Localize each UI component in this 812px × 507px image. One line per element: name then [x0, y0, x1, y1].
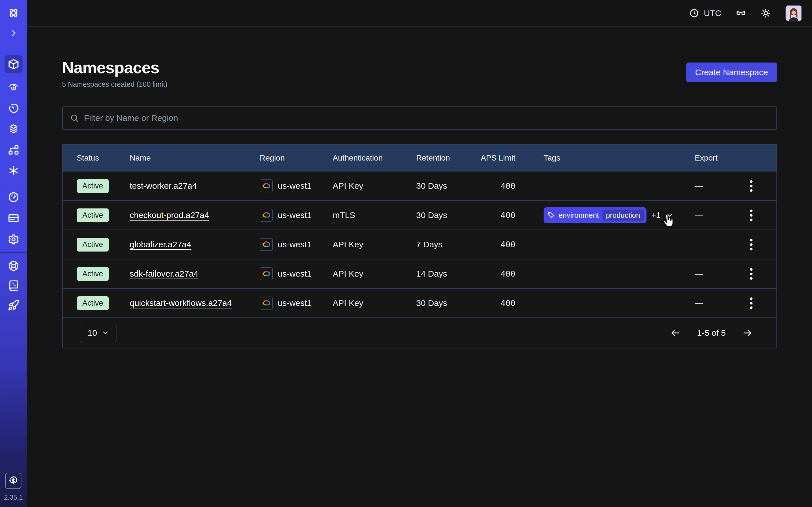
status-badge: Active	[77, 296, 109, 310]
sidebar-item-getting-started[interactable]	[0, 298, 27, 312]
sidebar-item-spiral-eye[interactable]	[0, 80, 27, 94]
namespace-link[interactable]: quickstart-workflows.a27a4	[130, 298, 232, 307]
sidebar-item-usage[interactable]	[0, 190, 27, 204]
table-header: Status Name Region Authentication Retent…	[63, 145, 776, 171]
auth-cell: API Key	[333, 298, 416, 308]
rocket-icon	[8, 299, 19, 311]
retention-cell: 7 Days	[416, 240, 480, 249]
tag-more-count: +1	[652, 211, 661, 220]
col-export: Export	[695, 154, 737, 163]
table-footer: 10 1-5 of 5	[63, 318, 776, 348]
glasses-icon[interactable]	[736, 8, 746, 18]
col-region: Region	[260, 154, 333, 163]
dollar-badge-icon	[8, 475, 18, 486]
chevron-down-icon	[101, 329, 109, 337]
col-retention: Retention	[416, 154, 480, 163]
namespace-link[interactable]: test-worker.a27a4	[130, 181, 197, 190]
region-cell: us-west1	[260, 179, 333, 192]
expand-sidebar-icon[interactable]	[0, 26, 27, 40]
col-aps-limit: APS Limit	[480, 154, 515, 163]
gear-icon	[8, 233, 19, 245]
gcp-cloud-icon	[260, 297, 273, 309]
sun-icon[interactable]	[761, 8, 771, 18]
col-status: Status	[77, 154, 130, 163]
page-title: Namespaces	[62, 58, 167, 77]
export-value: —	[695, 240, 737, 249]
retention-cell: 30 Days	[416, 298, 480, 308]
export-value: —	[695, 181, 737, 191]
gcp-cloud-icon	[260, 209, 273, 222]
mouse-cursor	[660, 214, 675, 229]
cube-icon	[8, 58, 19, 70]
aps-value: 400	[501, 269, 515, 279]
col-tags: Tags	[544, 154, 695, 163]
export-value: —	[695, 210, 737, 220]
col-name: Name	[130, 154, 260, 163]
sidebar-item-support[interactable]	[0, 259, 27, 273]
region-cell: us-west1	[260, 267, 333, 280]
namespace-link[interactable]: globalizer.a27a4	[130, 240, 192, 249]
region-cell: us-west1	[260, 297, 333, 309]
gauge-icon	[8, 191, 19, 203]
gcp-cloud-icon	[260, 267, 273, 280]
timer-icon	[8, 102, 19, 114]
retention-cell: 30 Days	[416, 210, 480, 220]
namespace-link[interactable]: sdk-failover.a27a4	[130, 269, 199, 278]
create-namespace-button[interactable]: Create Namespace	[686, 62, 777, 82]
spiral-eye-icon	[8, 81, 19, 93]
auth-cell: API Key	[333, 240, 416, 249]
export-value: —	[695, 269, 737, 279]
aps-value: 400	[501, 240, 515, 249]
export-value: —	[695, 298, 737, 308]
row-menu-button[interactable]	[748, 267, 754, 281]
row-menu-button[interactable]	[748, 237, 754, 252]
gcp-cloud-icon	[260, 179, 273, 192]
gcp-cloud-icon	[260, 238, 273, 251]
sidebar-item-billing[interactable]	[0, 212, 27, 225]
sidebar-item-docs[interactable]	[0, 279, 27, 292]
retention-cell: 14 Days	[416, 269, 480, 279]
table-row: Active quickstart-workflows.a27a4 us-wes…	[63, 288, 776, 318]
sidebar-item-nexus[interactable]	[0, 164, 27, 177]
row-menu-button[interactable]	[748, 179, 754, 193]
tag-pill[interactable]: environment production	[544, 207, 647, 223]
row-menu-button[interactable]	[748, 296, 754, 311]
sidebar-item-batch[interactable]	[0, 122, 27, 136]
prev-page-icon[interactable]	[670, 328, 680, 338]
next-page-icon[interactable]	[742, 328, 753, 338]
aps-value: 400	[501, 298, 515, 308]
temporal-logo-icon[interactable]	[0, 6, 27, 20]
region-cell: us-west1	[260, 238, 333, 251]
branch-icon	[8, 144, 19, 156]
auth-cell: mTLS	[333, 210, 416, 220]
sidebar-item-schedules[interactable]	[0, 101, 27, 115]
filter-input[interactable]	[84, 113, 769, 123]
table-row: Active test-worker.a27a4 us-west1 API Ke…	[63, 171, 776, 200]
tag-value: production	[603, 210, 644, 221]
status-badge: Active	[77, 179, 109, 193]
namespaces-table: Status Name Region Authentication Retent…	[62, 144, 777, 348]
sidebar-item-namespaces[interactable]	[4, 55, 22, 73]
status-badge: Active	[77, 267, 109, 281]
namespace-count: 5 Namespaces created (100 limit)	[62, 80, 167, 89]
table-row: Active sdk-failover.a27a4 us-west1 API K…	[63, 259, 776, 288]
sidebar-item-deployments[interactable]	[0, 143, 27, 157]
pagination-range: 1-5 of 5	[697, 328, 726, 338]
page-size-select[interactable]: 10	[81, 324, 116, 342]
namespace-link[interactable]: checkout-prod.a27a4	[130, 210, 209, 220]
timezone-selector[interactable]: UTC	[689, 8, 721, 18]
sidebar: 2.35.1	[0, 0, 27, 507]
auth-cell: API Key	[333, 181, 416, 191]
main-content: Namespaces 5 Namespaces created (100 lim…	[27, 27, 812, 507]
user-avatar[interactable]	[785, 5, 802, 21]
app-version: 2.35.1	[4, 494, 23, 501]
row-menu-button[interactable]	[748, 208, 754, 223]
clock-icon	[689, 8, 699, 18]
tag-icon	[548, 212, 555, 219]
col-authentication: Authentication	[333, 154, 416, 163]
aps-value: 400	[501, 210, 515, 220]
table-row: Active globalizer.a27a4 us-west1 API Key…	[63, 230, 776, 259]
sidebar-item-settings[interactable]	[0, 233, 27, 246]
credits-button[interactable]	[5, 473, 21, 489]
sidebar-divider	[0, 252, 27, 253]
